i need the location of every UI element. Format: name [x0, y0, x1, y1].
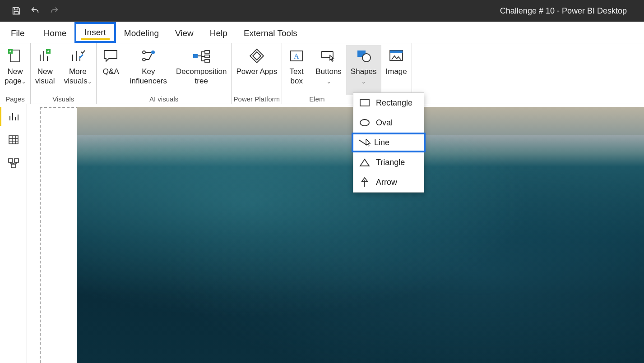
svg-point-6: [151, 51, 155, 54]
svg-rect-8: [205, 51, 209, 53]
svg-rect-10: [205, 60, 209, 62]
undo-icon[interactable]: [29, 5, 42, 17]
key-influencers-icon: [139, 46, 158, 66]
svg-point-5: [143, 58, 145, 61]
more-visuals-icon: [68, 46, 88, 66]
key-influencers-label: Key influencers: [130, 67, 167, 86]
more-visuals-label: More visuals⌄: [64, 67, 92, 87]
app-title: Challenge # 10 - Power BI Desktop: [500, 6, 627, 16]
triangle-icon: [359, 157, 371, 168]
group-ai-visuals: Q&A Key influencers: [97, 43, 232, 104]
tab-external-tools[interactable]: External Tools: [236, 24, 306, 43]
buttons-icon: [319, 46, 338, 66]
tab-insert[interactable]: Insert: [74, 22, 116, 43]
svg-point-15: [362, 54, 371, 62]
more-visuals-button[interactable]: More visuals⌄: [60, 45, 96, 95]
ribbon: New page⌄ Pages New visual: [0, 43, 644, 104]
shape-oval[interactable]: Oval: [353, 113, 424, 133]
shape-line-label: Line: [374, 138, 389, 147]
line-icon: [357, 137, 369, 148]
shapes-icon: [354, 46, 374, 66]
data-view-button[interactable]: [7, 133, 20, 147]
new-page-button[interactable]: New page⌄: [0, 45, 30, 95]
svg-rect-0: [14, 12, 18, 14]
svg-point-19: [360, 119, 369, 126]
svg-point-4: [143, 51, 145, 54]
qa-label: Q&A: [103, 67, 119, 76]
ribbon-tabs: File Home Insert Modeling View Help Exte…: [0, 22, 644, 43]
canvas[interactable]: [27, 104, 644, 363]
shape-arrow-label: Arrow: [376, 178, 397, 187]
key-influencers-button[interactable]: Key influencers: [125, 45, 171, 95]
save-icon[interactable]: [10, 5, 23, 17]
decomposition-tree-label: Decomposition tree: [176, 67, 227, 86]
svg-text:A: A: [294, 52, 299, 60]
image-icon: [386, 46, 406, 66]
shapes-dropdown: Rectangle Oval Line Triangle Arrow: [353, 92, 424, 193]
image-button[interactable]: Image: [381, 45, 412, 95]
arrow-icon: [359, 177, 371, 188]
tab-home[interactable]: Home: [36, 24, 75, 43]
rectangle-icon: [359, 97, 371, 108]
svg-rect-17: [390, 51, 403, 53]
text-box-icon: A: [287, 46, 306, 66]
shape-triangle-label: Triangle: [376, 158, 405, 167]
group-power-platform-label: Power Platform: [232, 95, 282, 104]
new-visual-label: New visual: [35, 67, 55, 86]
svg-rect-21: [9, 159, 13, 162]
image-label: Image: [386, 67, 407, 76]
shape-rectangle[interactable]: Rectangle: [353, 93, 424, 113]
shapes-button[interactable]: Shapes⌄: [346, 45, 381, 95]
svg-rect-18: [360, 100, 369, 106]
group-pages: New page⌄ Pages: [0, 43, 31, 104]
speech-bubble-icon: [101, 46, 121, 66]
report-view-button[interactable]: [7, 110, 20, 123]
redo-icon[interactable]: [48, 5, 60, 17]
shape-oval-label: Oval: [376, 118, 393, 128]
shape-rectangle-label: Rectangle: [376, 98, 412, 108]
shape-line[interactable]: Line: [352, 133, 426, 152]
power-apps-icon: [247, 46, 267, 66]
shape-triangle[interactable]: Triangle: [353, 152, 424, 172]
view-rail: [0, 104, 27, 363]
power-apps-label: Power Apps: [236, 67, 277, 76]
group-visuals: New visual More visuals⌄ Visuals: [31, 43, 97, 104]
decomposition-tree-button[interactable]: Decomposition tree: [171, 45, 231, 95]
svg-rect-20: [9, 136, 18, 144]
group-pages-label: Pages: [0, 95, 30, 104]
text-box-button[interactable]: A Text box: [282, 45, 311, 95]
chart-icon: [35, 46, 55, 66]
buttons-button[interactable]: Buttons⌄: [311, 45, 346, 95]
new-visual-button[interactable]: New visual: [31, 45, 60, 95]
buttons-label: Buttons⌄: [315, 67, 342, 87]
tab-help[interactable]: Help: [202, 24, 236, 43]
svg-rect-9: [205, 55, 209, 58]
qa-button[interactable]: Q&A: [97, 45, 125, 95]
titlebar: Challenge # 10 - Power BI Desktop: [0, 0, 644, 22]
group-visuals-label: Visuals: [31, 95, 96, 104]
workspace: [0, 104, 644, 363]
new-page-label: New page⌄: [5, 67, 26, 87]
oval-icon: [359, 117, 371, 128]
group-power-platform: Power Apps Power Platform: [232, 43, 282, 104]
decomposition-tree-icon: [191, 46, 211, 66]
new-page-icon: [5, 46, 25, 66]
shapes-label: Shapes⌄: [351, 67, 377, 87]
tab-modeling[interactable]: Modeling: [116, 24, 167, 43]
svg-rect-7: [193, 54, 198, 58]
power-apps-button[interactable]: Power Apps: [232, 45, 282, 95]
model-view-button[interactable]: [7, 156, 20, 170]
svg-rect-23: [11, 164, 15, 168]
tab-view[interactable]: View: [167, 24, 202, 43]
group-ai-label: AI visuals: [97, 95, 232, 104]
tab-file[interactable]: File: [0, 24, 36, 43]
svg-rect-22: [14, 159, 19, 162]
text-box-label: Text box: [290, 67, 304, 86]
shape-arrow[interactable]: Arrow: [353, 172, 424, 192]
